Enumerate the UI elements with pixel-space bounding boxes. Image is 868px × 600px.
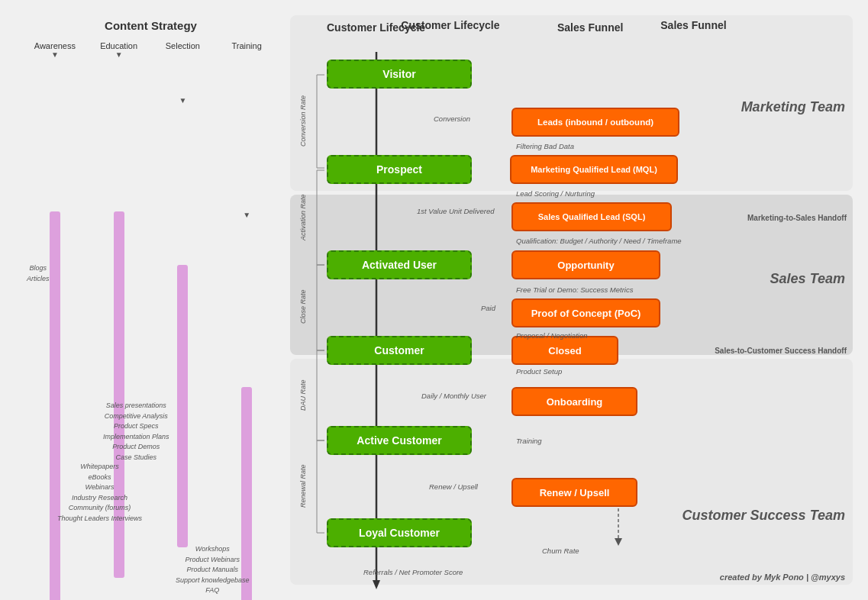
col-education: Education — [96, 41, 142, 50]
node-onboarding: Onboarding — [511, 387, 637, 416]
node-sql: Sales Qualified Lead (SQL) — [511, 202, 672, 231]
node-customer: Customer — [327, 336, 472, 365]
diagram-wrapper: Customer Lifecycle Sales Funnel Content … — [8, 8, 860, 592]
label-renew-upsell-text: Renew / Upsell — [429, 482, 478, 491]
label-paid: Paid — [481, 304, 495, 312]
label-training: Training — [516, 437, 542, 445]
node-renew-upsell: Renew / Upsell — [511, 478, 637, 507]
sales-customer-handoff: Sales-to-Customer Success Handoff — [715, 347, 847, 355]
node-active-customer: Active Customer — [327, 426, 472, 455]
node-opportunity: Opportunity — [511, 250, 660, 279]
node-poc: Proof of Concept (PoC) — [511, 298, 660, 327]
content-strategy-section: Content Strategy Awareness ▼ Education ▼… — [15, 19, 286, 600]
label-product-setup: Product Setup — [516, 367, 562, 376]
rate-conversion: Conversion Rate — [299, 75, 307, 166]
sales-team-label: Sales Team — [770, 271, 845, 287]
rate-renewal: Renewal Rate — [299, 441, 307, 531]
node-activated-user: Activated User — [327, 250, 472, 279]
node-closed: Closed — [511, 336, 618, 365]
rate-dau: DAU Rate — [299, 351, 307, 439]
label-filtering: Filtering Bad Data — [516, 142, 574, 150]
label-lead-scoring: Lead Scoring / Nurturing — [516, 189, 595, 198]
label-conversion: Conversion — [434, 115, 470, 123]
main-container: Customer Lifecycle Sales Funnel Content … — [0, 0, 868, 600]
marketing-sales-handoff: Marketing-to-Sales Handoff — [747, 214, 847, 222]
label-value-unit: 1st Value Unit Delivered — [417, 207, 495, 215]
bar-selection — [177, 265, 188, 547]
col-training: Training — [224, 41, 269, 50]
node-prospect: Prospect — [327, 155, 472, 184]
text-workshops: WorkshopsProduct WebinarsProduct Manuals… — [176, 544, 250, 596]
rate-activation: Activation Rate — [299, 173, 307, 263]
text-sales-materials: Sales presentationsCompetitive AnalysisP… — [103, 401, 169, 463]
marketing-team-label: Marketing Team — [741, 99, 845, 115]
header-sales-funnel: Sales Funnel — [557, 21, 623, 34]
content-strategy-title: Content Strategy — [15, 19, 286, 32]
customer-success-label: Customer Success Team — [682, 508, 845, 524]
col-selection: Selection — [160, 41, 205, 50]
funnel-header: Sales Funnel — [660, 19, 726, 31]
footer-credit: created by Myk Pono | @myxys — [720, 573, 845, 582]
label-churn-rate: Churn Rate — [542, 547, 579, 555]
label-free-trial: Free Trial or Demo: Success Metrics — [516, 285, 633, 294]
rate-close: Close Rate — [299, 266, 307, 348]
label-qualification: Qualification: Budget / Authority / Need… — [516, 237, 682, 245]
node-mql: Marketing Qualified Lead (MQL) — [510, 155, 678, 184]
label-daily-monthly: Daily / Monthly User — [421, 392, 486, 400]
header-lifecycle: Customer Lifecycle — [327, 21, 425, 34]
node-loyal-customer: Loyal Customer — [327, 518, 472, 547]
col-awareness: Awareness — [32, 41, 78, 50]
node-visitor: Visitor — [327, 60, 472, 89]
node-leads: Leads (inbound / outbound) — [511, 108, 679, 137]
label-referrals: Referrals / Net Promoter Score — [363, 568, 463, 576]
bar-awareness — [50, 211, 60, 600]
text-blogs: BlogsArticles — [27, 263, 50, 284]
label-proposal: Proposal / Negotiation — [516, 331, 587, 340]
text-whitepapers: WhitepaperseBooksWebinarsIndustry Resear… — [57, 462, 142, 524]
